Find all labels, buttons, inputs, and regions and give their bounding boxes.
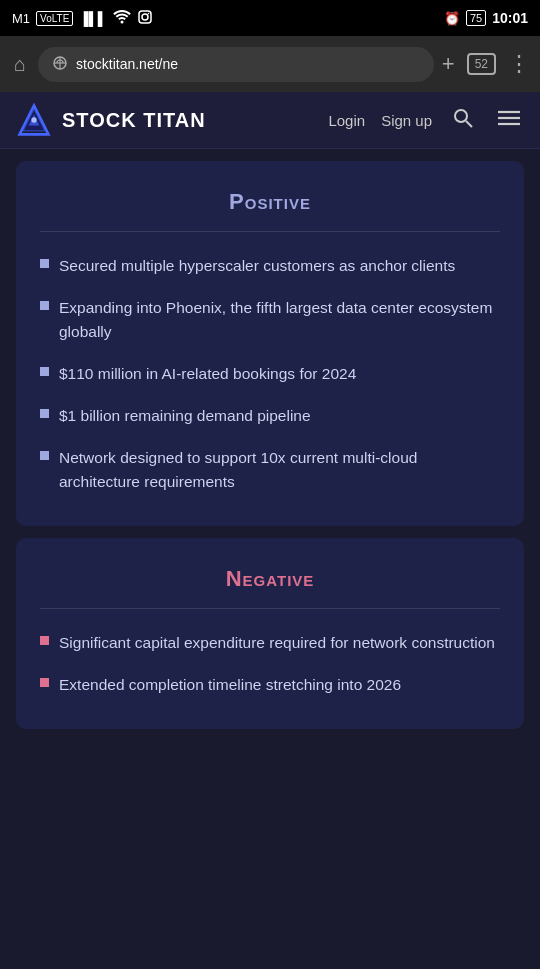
browser-chrome: ⌂ stocktitan.net/ne + 52 ⋮ [0, 36, 540, 92]
carrier-label: M1 [12, 11, 30, 26]
bullet-icon [40, 367, 49, 376]
bullet-text: Expanding into Phoenix, the fifth larges… [59, 296, 500, 344]
list-item: $110 million in AI-related bookings for … [40, 362, 500, 386]
svg-point-1 [142, 14, 148, 20]
status-right: ⏰ 75 10:01 [444, 10, 528, 26]
volte-badge: VoLTE [36, 11, 73, 26]
alarm-icon: ⏰ [444, 11, 460, 26]
svg-point-2 [148, 12, 150, 14]
positive-card: Positive Secured multiple hyperscaler cu… [16, 161, 524, 526]
svg-point-8 [31, 117, 36, 122]
status-bar: M1 VoLTE ▐▌▌ ⏰ 75 10:01 [0, 0, 540, 36]
bullet-text: Significant capital expenditure required… [59, 631, 500, 655]
time-label: 10:01 [492, 10, 528, 26]
battery-level: 75 [466, 10, 486, 26]
list-item: $1 billion remaining demand pipeline [40, 404, 500, 428]
list-item: Secured multiple hyperscaler customers a… [40, 254, 500, 278]
bullet-text: $1 billion remaining demand pipeline [59, 404, 500, 428]
signal-icon: ▐▌▌ [79, 11, 107, 26]
logo-wrap: STOCK TITAN [16, 102, 206, 138]
bullet-icon [40, 636, 49, 645]
address-text: stocktitan.net/ne [76, 56, 178, 72]
bullet-icon [40, 678, 49, 687]
svg-point-9 [455, 110, 467, 122]
site-identity-icon [52, 55, 68, 74]
svg-line-10 [466, 121, 472, 127]
negative-bullet-list: Significant capital expenditure required… [40, 631, 500, 697]
bullet-icon [40, 409, 49, 418]
positive-title: Positive [40, 189, 500, 215]
wifi-icon [113, 10, 131, 27]
positive-divider [40, 231, 500, 232]
bullet-text: Secured multiple hyperscaler customers a… [59, 254, 500, 278]
bullet-icon [40, 301, 49, 310]
login-link[interactable]: Login [328, 112, 365, 129]
instagram-icon [137, 9, 153, 28]
logo-text: STOCK TITAN [62, 109, 206, 132]
list-item: Expanding into Phoenix, the fifth larges… [40, 296, 500, 344]
negative-divider [40, 608, 500, 609]
browser-actions: + 52 ⋮ [442, 51, 530, 77]
negative-title: Negative [40, 566, 500, 592]
bullet-icon [40, 259, 49, 268]
logo-icon [16, 102, 52, 138]
address-bar[interactable]: stocktitan.net/ne [38, 47, 434, 82]
bullet-text: Extended completion timeline stretching … [59, 673, 500, 697]
bullet-text: Network designed to support 10x current … [59, 446, 500, 494]
page-content: Positive Secured multiple hyperscaler cu… [0, 161, 540, 729]
menu-icon[interactable] [494, 105, 524, 136]
signup-link[interactable]: Sign up [381, 112, 432, 129]
navbar: STOCK TITAN Login Sign up [0, 92, 540, 149]
search-icon[interactable] [448, 103, 478, 138]
list-item: Network designed to support 10x current … [40, 446, 500, 494]
status-left: M1 VoLTE ▐▌▌ [12, 9, 153, 28]
tab-count[interactable]: 52 [467, 53, 496, 75]
list-item: Significant capital expenditure required… [40, 631, 500, 655]
positive-bullet-list: Secured multiple hyperscaler customers a… [40, 254, 500, 494]
negative-card: Negative Significant capital expenditure… [16, 538, 524, 729]
browser-menu-button[interactable]: ⋮ [508, 51, 530, 77]
list-item: Extended completion timeline stretching … [40, 673, 500, 697]
battery-indicator: 75 [466, 10, 486, 26]
bullet-text: $110 million in AI-related bookings for … [59, 362, 500, 386]
nav-links: Login Sign up [328, 103, 524, 138]
bullet-icon [40, 451, 49, 460]
svg-rect-0 [139, 11, 151, 23]
home-button[interactable]: ⌂ [10, 49, 30, 80]
new-tab-button[interactable]: + [442, 51, 455, 77]
